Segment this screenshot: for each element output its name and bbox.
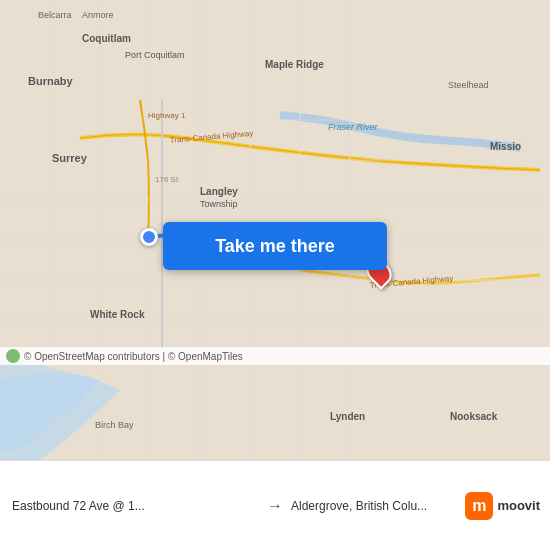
svg-text:Steelhead: Steelhead [448, 80, 489, 90]
svg-text:Burnaby: Burnaby [28, 75, 74, 87]
app-container: Belcarra Anmore Coquitlam Port Coquitlam… [0, 0, 550, 550]
bottom-bar: Eastbound 72 Ave @ 1... → Aldergrove, Br… [0, 460, 550, 550]
svg-text:Anmore: Anmore [82, 10, 114, 20]
svg-text:Missio: Missio [490, 141, 521, 152]
osm-icon [6, 349, 20, 363]
moovit-brand: moovit [497, 498, 540, 513]
svg-text:Birch Bay: Birch Bay [95, 420, 134, 430]
svg-text:Langley: Langley [200, 186, 238, 197]
arrow-icon: → [267, 497, 283, 515]
svg-text:Highway 1: Highway 1 [148, 111, 186, 120]
svg-text:Lynden: Lynden [330, 411, 365, 422]
origin-marker [140, 228, 158, 246]
attribution-text: © OpenStreetMap contributors | © OpenMap… [24, 351, 243, 362]
route-origin: Eastbound 72 Ave @ 1... [12, 499, 259, 513]
svg-text:Surrey: Surrey [52, 152, 88, 164]
moovit-icon: m [465, 492, 493, 520]
moovit-logo: m moovit [465, 492, 540, 520]
svg-text:Maple Ridge: Maple Ridge [265, 59, 324, 70]
svg-text:Coquitlam: Coquitlam [82, 33, 131, 44]
svg-text:Nooksack: Nooksack [450, 411, 498, 422]
take-me-there-button[interactable]: Take me there [163, 222, 387, 270]
svg-text:Township: Township [200, 199, 238, 209]
svg-text:Fraser River: Fraser River [328, 122, 379, 132]
svg-text:White Rock: White Rock [90, 309, 145, 320]
map-attribution: © OpenStreetMap contributors | © OpenMap… [0, 347, 550, 365]
map-area: Belcarra Anmore Coquitlam Port Coquitlam… [0, 0, 550, 460]
svg-text:176 St: 176 St [155, 175, 179, 184]
moovit-letter: m [472, 497, 486, 515]
svg-text:Belcarra: Belcarra [38, 10, 72, 20]
svg-text:Port Coquitlam: Port Coquitlam [125, 50, 185, 60]
